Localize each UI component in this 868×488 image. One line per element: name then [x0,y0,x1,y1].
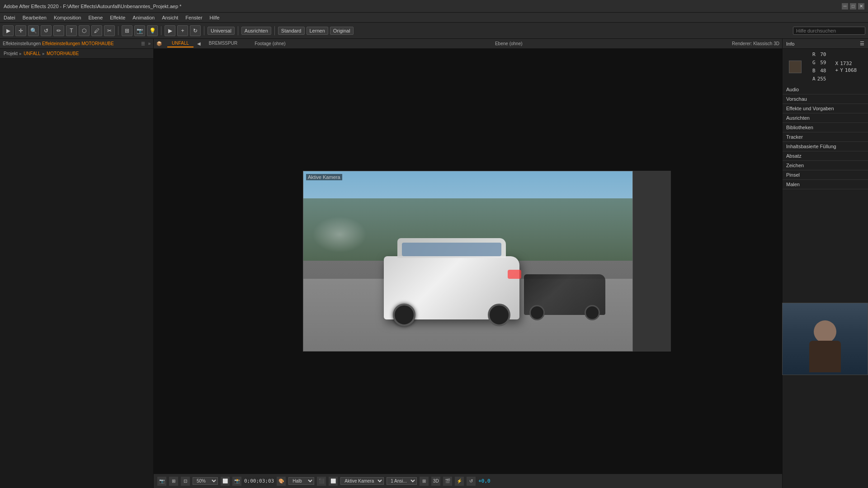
toolbar-separator-4 [238,26,238,35]
info-section-inhaltsbasiert[interactable]: Inhaltsbasierte Füllung [783,142,868,151]
play-tool[interactable]: ▶ [165,25,175,36]
loop-tool[interactable]: ↻ [190,25,201,36]
menu-fenster[interactable]: Fenster [185,15,202,20]
info-section-ausrichten[interactable]: Ausrichten [783,113,868,123]
camera-label: Aktive Kamera [306,174,342,180]
toolbar: ▶ ✛ 🔍 ↺ ✏ T ⬡ 🖊 ✂ ⊞ 📷 💡 ▶ + ↻ Universal … [0,23,868,39]
info-b-value: 48 [820,68,826,74]
snapshot-btn[interactable]: 📸 [232,477,241,486]
maximize-button[interactable]: □ [850,3,856,9]
breadcrumb-sep1: ▸ [19,51,22,56]
menu-ebene[interactable]: Ebene [88,15,103,20]
info-section-vorschau[interactable]: Vorschau [783,94,868,104]
info-color-section: R 70 G 59 B 48 [783,49,868,85]
text-tool[interactable]: T [66,25,77,36]
3d-btn[interactable]: 3D [431,477,440,486]
car-wheel-rear [488,304,510,326]
move-tool[interactable]: ✛ [15,25,26,36]
info-section-pinsel[interactable]: Pinsel [783,170,868,180]
comp-tab-unfall[interactable]: UNFALL [167,40,193,47]
toolbar-separator-1 [118,26,118,35]
info-section-zeichen[interactable]: Zeichen [783,161,868,170]
panel-menu-btn[interactable]: ☰ [141,41,145,46]
info-section-tracker[interactable]: Tracker [783,132,868,142]
lernen-label[interactable]: Lernen [307,27,328,35]
preview-cam-btn[interactable]: 📷 [157,477,166,486]
quality-select[interactable]: Halb Voll Drittel [288,477,314,485]
minimize-button[interactable]: ─ [842,3,848,9]
mode-label[interactable]: Universal [208,27,235,35]
info-section-audio[interactable]: Audio [783,85,868,94]
menu-komposition[interactable]: Komposition [54,15,81,20]
camera-select[interactable]: Aktive Kamera [340,477,384,485]
original-label[interactable]: Original [330,27,354,35]
breadcrumb-arrow: ◀ [197,41,201,46]
left-panel: Effekteinstellungen Effekteinstellungen … [0,39,154,488]
info-section-bibliotheken[interactable]: Bibliotheken [783,123,868,132]
preview-image: Aktive Kamera [303,171,633,352]
car-white [384,256,519,319]
info-section-absatz[interactable]: Absatz [783,151,868,161]
preview-area: Aktive Kamera [154,49,782,474]
ausrichten-label[interactable]: Ausrichten [241,27,271,35]
layer-label: Ebene (ohne) [495,41,523,46]
person-body [809,341,841,372]
zoom-select[interactable]: 50% 25% 100% [193,477,218,485]
toolbar-separator-5 [274,26,275,35]
menu-animation[interactable]: Animation [132,15,155,20]
layout-btn[interactable]: ⊞ [420,477,429,486]
comp-header: 📦 UNFALL ◀ BREMSSPUR Footage (ohne) Eben… [154,39,782,49]
paint-tool[interactable]: 🖊 [91,25,102,36]
info-section-malen[interactable]: Malen [783,180,868,189]
preview-controls: 📷 ⊞ ⊡ 50% 25% 100% ⬜ 📸 0;00;03;03 🎨 Halb… [154,474,782,488]
breadcrumb-project: Projekt [4,51,18,56]
person-silhouette [807,320,843,375]
select-tool[interactable]: ▶ [3,25,14,36]
close-button[interactable]: ✕ [858,3,864,9]
zoom-tool[interactable]: 🔍 [28,25,39,36]
info-g-label: G [812,60,816,66]
menu-ansicht[interactable]: Ansicht [162,15,178,20]
reset-btn[interactable]: ↺ [467,477,476,486]
add-tool[interactable]: + [177,25,188,36]
pen-tool[interactable]: ✏ [53,25,64,36]
light-tool[interactable]: 💡 [147,25,158,36]
car-wheel-front [393,304,415,326]
info-x-row: X 1732 [835,61,857,66]
search-input[interactable] [793,27,865,35]
res-btn[interactable]: ⬛ [317,477,326,486]
renderer-label: Renderer: Klassisch 3D [732,41,779,46]
window-controls: ─ □ ✕ [842,3,864,9]
preview-toggle-btn[interactable]: ⊡ [181,477,190,486]
menu-hilfe[interactable]: Hilfe [210,15,220,20]
fit-btn[interactable]: ⬜ [221,477,230,486]
menu-effekte[interactable]: Effekte [110,15,125,20]
menubar: Datei Bearbeiten Komposition Ebene Effek… [0,13,868,23]
camera-tool[interactable]: 📷 [134,25,145,36]
info-y-value: 1068 [845,67,857,73]
toolbar-separator-2 [161,26,161,35]
standard-label[interactable]: Standard [278,27,305,35]
info-section-effekte[interactable]: Effekte und Vorgaben [783,104,868,113]
preview-grid-btn[interactable]: ⊞ [169,477,178,486]
puppet-tool[interactable]: ✂ [104,25,115,36]
menu-datei[interactable]: Datei [4,15,15,20]
rotate-tool[interactable]: ↺ [41,25,52,36]
color-mgmt-btn[interactable]: 🎨 [277,477,286,486]
panel-expand-btn[interactable]: » [148,41,151,46]
breadcrumb-sep2: ▸ [42,51,45,56]
left-panel-title: Effekteinstellungen Effekteinstellungen … [3,41,114,46]
info-r-label: R [812,52,816,57]
region-btn[interactable]: ⬜ [329,477,338,486]
menu-bearbeiten[interactable]: Bearbeiten [23,15,47,20]
fast-preview-btn[interactable]: ⚡ [455,477,464,486]
shape-tool[interactable]: ⬡ [79,25,90,36]
render-btn[interactable]: 🎬 [443,477,452,486]
info-x-label: X [835,61,839,66]
timecode-display: 0;00;03;03 [244,478,274,484]
snap-tool[interactable]: ⊞ [122,25,132,36]
view-select[interactable]: 1 Ansi... [387,477,417,485]
effect-target-name: Effekteinstellungen MOTORHAUBE [42,41,114,46]
comp-tab-bremsspur[interactable]: BREMSSPUR [204,40,242,47]
info-menu-btn[interactable]: ☰ [860,41,864,47]
